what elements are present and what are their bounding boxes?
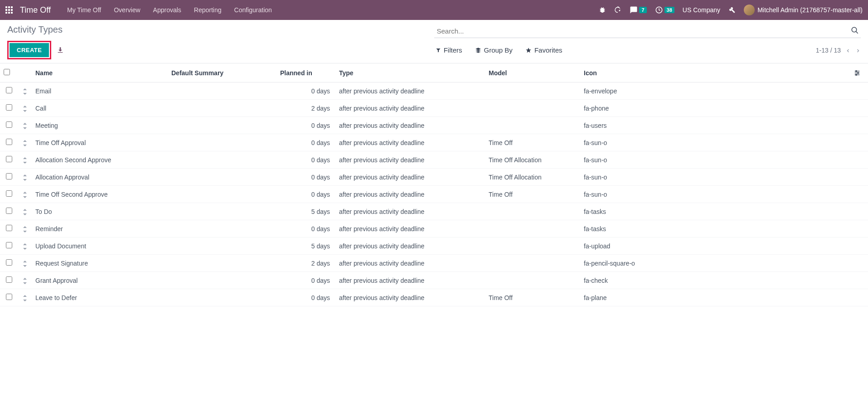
table-row[interactable]: Request Signature2 daysafter previous ac… [0, 255, 868, 272]
drag-handle-icon[interactable] [18, 255, 32, 272]
chat-icon[interactable]: 7 [630, 6, 646, 14]
cell-summary [168, 186, 276, 203]
cell-model [485, 220, 580, 237]
select-all-checkbox[interactable] [4, 69, 10, 75]
cell-name: Meeting [32, 117, 168, 134]
app-title[interactable]: Time Off [20, 5, 51, 15]
table-row[interactable]: Reminder0 daysafter previous activity de… [0, 220, 868, 237]
cell-name: Request Signature [32, 255, 168, 272]
cell-summary [168, 203, 276, 220]
row-checkbox[interactable] [6, 242, 12, 248]
apps-icon[interactable] [5, 6, 13, 14]
user-menu[interactable]: Mitchell Admin (21768757-master-all) [744, 5, 863, 15]
table-row[interactable]: Call2 daysafter previous activity deadli… [0, 100, 868, 117]
bug-icon[interactable] [599, 6, 606, 14]
columns-options-icon[interactable] [853, 69, 861, 76]
table-row[interactable]: Email0 daysafter previous activity deadl… [0, 82, 868, 100]
pager-next[interactable] [855, 47, 861, 54]
table-row[interactable]: Upload Document5 daysafter previous acti… [0, 237, 868, 255]
drag-handle-icon[interactable] [18, 237, 32, 255]
groupby-button[interactable]: Group By [475, 46, 513, 54]
row-checkbox-cell [0, 289, 18, 306]
row-checkbox[interactable] [6, 190, 12, 197]
nav-overview[interactable]: Overview [108, 4, 145, 16]
clock-icon[interactable]: 38 [655, 6, 674, 14]
cell-model [485, 117, 580, 134]
row-checkbox[interactable] [6, 87, 12, 93]
table-row[interactable]: Leave to Defer0 daysafter previous activ… [0, 289, 868, 306]
nav-my-time-off[interactable]: My Time Off [62, 4, 107, 16]
company-switcher[interactable]: US Company [683, 6, 720, 14]
support-icon[interactable] [614, 6, 621, 14]
drag-handle-icon[interactable] [18, 169, 32, 186]
create-button[interactable]: CREATE [10, 43, 49, 57]
filters-label: Filters [444, 46, 462, 54]
row-checkbox[interactable] [6, 104, 12, 111]
row-checkbox[interactable] [6, 173, 12, 179]
drag-handle-icon[interactable] [18, 289, 32, 306]
drag-handle-icon[interactable] [18, 220, 32, 237]
cell-type: after previous activity deadline [335, 169, 485, 186]
cell-summary [168, 255, 276, 272]
cell-opt [850, 186, 868, 203]
header-summary[interactable]: Default Summary [168, 63, 276, 82]
pager-prev[interactable] [845, 47, 851, 54]
header-options [850, 63, 868, 82]
search-input[interactable] [434, 24, 861, 38]
cell-planned: 0 days [276, 186, 335, 203]
header-type[interactable]: Type [335, 63, 485, 82]
cell-icon: fa-users [580, 117, 850, 134]
layers-icon [475, 47, 481, 53]
pager: 1-13 / 13 [816, 47, 861, 54]
table-row[interactable]: Time Off Approval0 daysafter previous ac… [0, 134, 868, 151]
drag-handle-icon[interactable] [18, 117, 32, 134]
row-checkbox[interactable] [6, 156, 12, 162]
cell-icon: fa-sun-o [580, 169, 850, 186]
nav-configuration[interactable]: Configuration [229, 4, 277, 16]
drag-handle-icon[interactable] [18, 151, 32, 169]
row-checkbox[interactable] [6, 121, 12, 128]
cell-type: after previous activity deadline [335, 203, 485, 220]
row-checkbox[interactable] [6, 276, 12, 283]
table-row[interactable]: Allocation Second Approve0 daysafter pre… [0, 151, 868, 169]
row-checkbox[interactable] [6, 259, 12, 266]
drag-handle-icon[interactable] [18, 82, 32, 100]
nav-reporting[interactable]: Reporting [189, 4, 227, 16]
table-row[interactable]: To Do5 daysafter previous activity deadl… [0, 203, 868, 220]
nav-approvals[interactable]: Approvals [148, 4, 187, 16]
cell-name: Time Off Approval [32, 134, 168, 151]
cell-opt [850, 220, 868, 237]
filters-button[interactable]: Filters [436, 46, 462, 54]
import-icon[interactable] [57, 46, 64, 54]
cell-planned: 0 days [276, 117, 335, 134]
drag-handle-icon[interactable] [18, 134, 32, 151]
header-icon[interactable]: Icon [580, 63, 850, 82]
favorites-button[interactable]: Favorites [525, 46, 563, 54]
cell-icon: fa-check [580, 272, 850, 289]
row-checkbox[interactable] [6, 294, 12, 300]
cell-type: after previous activity deadline [335, 100, 485, 117]
cell-planned: 5 days [276, 237, 335, 255]
cell-model [485, 237, 580, 255]
header-planned[interactable]: Planned in [276, 63, 335, 82]
drag-handle-icon[interactable] [18, 272, 32, 289]
header-name[interactable]: Name [32, 63, 168, 82]
drag-handle-icon[interactable] [18, 100, 32, 117]
row-checkbox[interactable] [6, 139, 12, 145]
row-checkbox[interactable] [6, 208, 12, 214]
cell-icon: fa-upload [580, 237, 850, 255]
pager-text[interactable]: 1-13 / 13 [816, 47, 841, 54]
table-row[interactable]: Allocation Approval0 daysafter previous … [0, 169, 868, 186]
row-checkbox-cell [0, 117, 18, 134]
header-model[interactable]: Model [485, 63, 580, 82]
drag-handle-icon[interactable] [18, 186, 32, 203]
table-row[interactable]: Meeting0 daysafter previous activity dea… [0, 117, 868, 134]
svg-point-6 [858, 73, 859, 74]
tools-icon[interactable] [728, 6, 736, 14]
row-checkbox-cell [0, 151, 18, 169]
row-checkbox[interactable] [6, 225, 12, 231]
table-row[interactable]: Time Off Second Approve0 daysafter previ… [0, 186, 868, 203]
search-icon[interactable] [851, 26, 859, 34]
drag-handle-icon[interactable] [18, 203, 32, 220]
table-row[interactable]: Grant Approval0 daysafter previous activ… [0, 272, 868, 289]
